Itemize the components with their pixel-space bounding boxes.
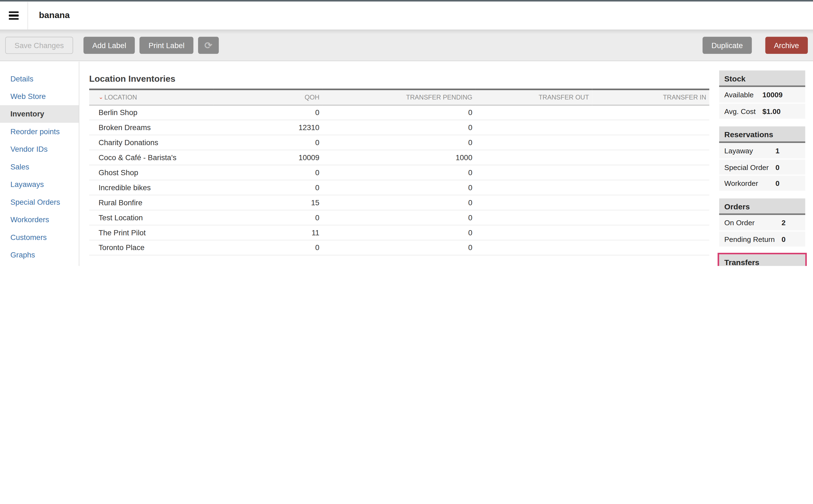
save-changes-button[interactable]: Save Changes: [5, 37, 73, 54]
table-row: Incredible bikes00: [89, 180, 709, 195]
cell-qoh: 10009: [214, 150, 323, 165]
refresh-button[interactable]: ⟳: [198, 37, 219, 54]
cell-in: [592, 225, 709, 240]
sort-descending-icon: ⌄: [98, 94, 103, 100]
cell-in: [592, 180, 709, 195]
cell-in: [592, 120, 709, 135]
table-row: Rural Bonfire150: [89, 195, 709, 210]
sidebar-item-web-store[interactable]: Web Store: [0, 87, 79, 105]
transfers-panel: Transfers Pending Send1000 Outgoing0 Inc…: [719, 253, 805, 266]
cell-out: [475, 120, 592, 135]
stat-value: 0: [769, 159, 805, 175]
cell-in: [592, 165, 709, 180]
sidebar-item-details[interactable]: Details: [0, 70, 79, 87]
right-sidebar: Stock Available10009 Avg. Cost$1.00 Rese…: [719, 62, 805, 266]
location-inventories-title: Location Inventories: [89, 74, 709, 84]
sidebar-item-purchase-orders[interactable]: Purchase Orders: [0, 264, 79, 266]
column-header-location[interactable]: ⌄LOCATION: [89, 89, 214, 105]
page-title: banana: [39, 10, 70, 21]
cell-out: [475, 165, 592, 180]
sidebar-item-reorder-points[interactable]: Reorder points: [0, 123, 79, 140]
cell-location: Charity Donations: [89, 135, 214, 150]
sidebar-item-layaways[interactable]: Layaways: [0, 176, 79, 193]
cell-in: [592, 240, 709, 255]
stock-row: Avg. Cost$1.00: [719, 103, 805, 119]
sidebar-item-graphs[interactable]: Graphs: [0, 246, 79, 263]
sidebar-item-special-orders[interactable]: Special Orders: [0, 193, 79, 211]
stock-row: Available10009: [719, 87, 805, 103]
table-row: Ghost Shop00: [89, 165, 709, 180]
add-label-button[interactable]: Add Label: [83, 37, 135, 54]
print-label-button[interactable]: Print Label: [140, 37, 193, 54]
hamburger-icon: [9, 11, 19, 19]
hamburger-menu-button[interactable]: [0, 2, 28, 30]
stock-panel: Stock Available10009 Avg. Cost$1.00: [719, 71, 805, 120]
table-row: Broken Dreams123100: [89, 120, 709, 135]
cell-qoh: 0: [214, 240, 323, 255]
reservation-row: Special Order0: [719, 159, 805, 175]
cell-out: [475, 225, 592, 240]
column-header-transfer-pending[interactable]: TRANSFER PENDING: [323, 89, 475, 105]
cell-location: The Print Pilot: [89, 225, 214, 240]
stat-label: Workorder: [719, 175, 769, 191]
refresh-icon: ⟳: [205, 40, 212, 51]
table-row: Toronto Place00: [89, 240, 709, 255]
cell-qoh: 0: [214, 180, 323, 195]
orders-panel: Orders On Order2 Pending Return0: [719, 198, 805, 248]
cell-location: Coco & Café - Barista's: [89, 150, 214, 165]
cell-qoh: 15: [214, 195, 323, 210]
left-sidebar: Details Web Store Inventory Reorder poin…: [0, 62, 79, 266]
sidebar-item-vendor-ids[interactable]: Vendor IDs: [0, 140, 79, 158]
sidebar-item-workorders[interactable]: Workorders: [0, 211, 79, 228]
cell-qoh: 0: [214, 165, 323, 180]
sidebar-item-customers[interactable]: Customers: [0, 228, 79, 246]
column-header-transfer-in[interactable]: TRANSFER IN: [592, 89, 709, 105]
stat-value: 0: [769, 175, 805, 191]
sidebar-item-sales[interactable]: Sales: [0, 158, 79, 175]
cell-pending: 0: [323, 120, 475, 135]
cell-pending: 0: [323, 165, 475, 180]
table-row: Coco & Café - Barista's100091000: [89, 150, 709, 165]
toolbar: Save Changes Add Label Print Label ⟳ Dup…: [0, 30, 813, 61]
transfers-highlight-box: Transfers Pending Send1000: [718, 253, 807, 266]
cell-location: Ghost Shop: [89, 165, 214, 180]
stat-label: Layaway: [719, 143, 769, 159]
cell-pending: 1000: [323, 150, 475, 165]
toolbar-right-group: Duplicate Archive: [703, 37, 808, 54]
duplicate-button[interactable]: Duplicate: [703, 37, 752, 54]
cell-out: [475, 180, 592, 195]
app-header: banana: [0, 2, 813, 30]
table-row: The Print Pilot110: [89, 225, 709, 240]
column-header-transfer-out[interactable]: TRANSFER OUT: [475, 89, 592, 105]
main-content: Location Inventories ⌄LOCATION QOH TRANS…: [89, 62, 709, 266]
transfers-panel-title: Transfers: [719, 254, 805, 266]
stat-value: 0: [775, 231, 805, 247]
column-header-qoh[interactable]: QOH: [214, 89, 323, 105]
cell-out: [475, 210, 592, 225]
stock-panel-title: Stock: [719, 71, 805, 87]
stat-label: Avg. Cost: [719, 103, 756, 119]
body: Details Web Store Inventory Reorder poin…: [0, 62, 813, 266]
cell-qoh: 0: [214, 210, 323, 225]
cell-pending: 0: [323, 105, 475, 120]
stat-label: Pending Return: [719, 231, 775, 247]
sidebar-item-inventory[interactable]: Inventory: [0, 105, 79, 123]
cell-in: [592, 150, 709, 165]
archive-button[interactable]: Archive: [765, 37, 808, 54]
cell-in: [592, 105, 709, 120]
cell-out: [475, 105, 592, 120]
cell-qoh: 0: [214, 105, 323, 120]
stat-label: Special Order: [719, 159, 769, 175]
location-inventories-table: ⌄LOCATION QOH TRANSFER PENDING TRANSFER …: [89, 89, 709, 255]
cell-pending: 0: [323, 225, 475, 240]
reservation-row: Workorder0: [719, 175, 805, 191]
location-inventories-header-row: ⌄LOCATION QOH TRANSFER PENDING TRANSFER …: [89, 89, 709, 105]
cell-in: [592, 135, 709, 150]
location-inventories-section: Location Inventories ⌄LOCATION QOH TRANS…: [89, 74, 709, 255]
stat-value: 2: [775, 215, 805, 231]
cell-pending: 0: [323, 135, 475, 150]
cell-location: Toronto Place: [89, 240, 214, 255]
stat-value: $1.00: [756, 103, 805, 119]
cell-location: Berlin Shop: [89, 105, 214, 120]
table-row: Test Location00: [89, 210, 709, 225]
